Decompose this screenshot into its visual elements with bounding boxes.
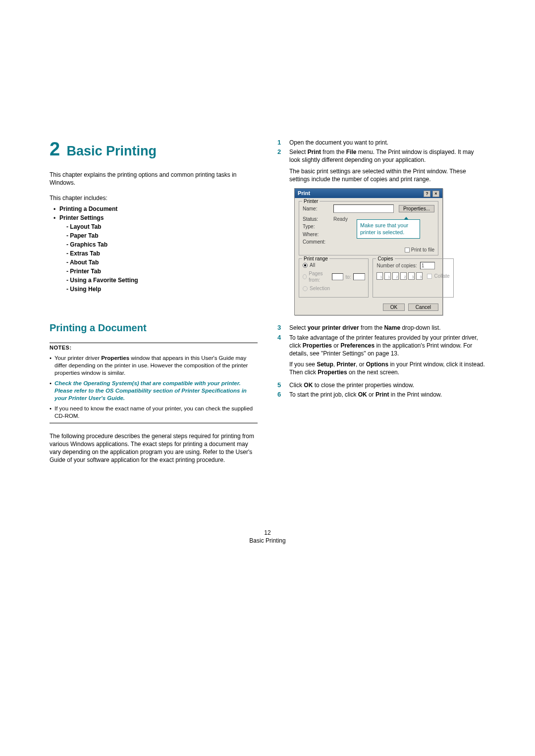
step-number: 3 <box>277 324 284 332</box>
step: 6 To start the print job, click OK or Pr… <box>277 391 485 399</box>
steps-list: 1 Open the document you want to print. 2… <box>277 139 485 399</box>
properties-button[interactable]: Properties... <box>399 205 434 212</box>
note-item: If you need to know the exact name of yo… <box>50 405 258 420</box>
toc-sublist: - Layout Tab - Paper Tab - Graphics Tab … <box>66 223 258 293</box>
radio-pages[interactable]: Pages from: to: <box>303 270 365 284</box>
notes-list: Your printer driver Properties window th… <box>50 354 258 420</box>
printer-name-dropdown[interactable] <box>333 204 394 213</box>
group-label: Print range <box>302 255 329 262</box>
chapter-header: 2 Basic Printing <box>50 139 258 160</box>
toc-list: Printing a Document Printer Settings - L… <box>54 205 258 293</box>
step-text: Select your printer driver from the Name… <box>289 324 485 332</box>
step-number: 5 <box>277 381 284 389</box>
page-from-input[interactable] <box>332 273 344 280</box>
copies-label: Number of copies: <box>376 262 417 269</box>
checkbox-icon <box>405 248 410 252</box>
radio-icon <box>303 286 308 291</box>
close-icon[interactable]: × <box>432 191 439 197</box>
note-item: Your printer driver Properties window th… <box>50 354 258 377</box>
step-text: To take advantage of the printer feature… <box>289 334 485 358</box>
notes-label: NOTES: <box>50 345 72 351</box>
chapter-intro: This chapter explains the printing optio… <box>50 171 258 187</box>
step-number: 6 <box>277 391 284 399</box>
toc-subitem[interactable]: - Graphics Tab <box>66 241 258 248</box>
comment-label: Comment: <box>303 239 328 246</box>
page-to-input[interactable] <box>353 273 365 280</box>
chapter-number: 2 <box>50 139 60 160</box>
includes-label: This chapter includes: <box>50 195 258 202</box>
name-label: Name: <box>303 205 328 212</box>
group-label: Copies <box>376 255 394 262</box>
step: 5 Click OK to close the printer properti… <box>277 381 485 389</box>
radio-icon <box>303 274 307 279</box>
page-number: 12 <box>50 529 485 537</box>
toc-item[interactable]: Printing a Document <box>54 205 258 212</box>
toc-subitem[interactable]: - Printer Tab <box>66 268 258 275</box>
body-paragraph: The following procedure describes the ge… <box>50 432 258 464</box>
page-footer: 12 Basic Printing <box>50 529 485 546</box>
toc-subitem[interactable]: - Using a Favorite Setting <box>66 277 258 284</box>
dialog-titlebar: Print ? × <box>295 189 442 198</box>
toc-subitem[interactable]: - Using Help <box>66 286 258 293</box>
print-dialog-figure: Print ? × Printer Name: <box>294 188 485 316</box>
toc-subitem[interactable]: - Layout Tab <box>66 223 258 230</box>
radio-all[interactable]: All <box>303 262 365 269</box>
step: 2 Select Print from the File menu. The P… <box>277 148 485 322</box>
collate-icon: 11 22 33 <box>376 272 423 280</box>
radio-selection[interactable]: Selection <box>303 285 365 292</box>
help-icon[interactable]: ? <box>424 191 430 197</box>
step-text: To start the print job, click OK or Prin… <box>289 391 485 399</box>
step-text: Click OK to close the printer properties… <box>289 381 485 389</box>
where-label: Where: <box>303 231 328 238</box>
dialog-title: Print <box>298 190 310 197</box>
step-text: Select Print from the File menu. The Pri… <box>289 148 485 164</box>
status-label: Status: <box>303 216 328 223</box>
radio-icon <box>303 263 308 268</box>
chapter-title: Basic Printing <box>66 144 157 158</box>
status-value: Ready <box>333 216 348 223</box>
divider <box>50 423 258 423</box>
step-number: 2 <box>277 148 284 322</box>
note-item-link[interactable]: Check the Operating System(s) that are c… <box>50 380 258 402</box>
step-text: If you see Setup, Printer, or Options in… <box>289 360 485 376</box>
step-number: 1 <box>277 139 284 147</box>
divider <box>50 343 258 343</box>
ok-button[interactable]: OK <box>383 303 405 311</box>
toc-item[interactable]: Printer Settings - Layout Tab - Paper Ta… <box>54 214 258 293</box>
type-label: Type: <box>303 223 328 230</box>
toc-subitem[interactable]: - Extras Tab <box>66 250 258 257</box>
print-dialog: Print ? × Printer Name: <box>294 188 443 316</box>
section-heading: Printing a Document <box>50 322 258 334</box>
step: 3 Select your printer driver from the Na… <box>277 324 485 332</box>
group-label: Printer <box>302 198 320 205</box>
toc-item-label: Printer Settings <box>59 214 104 221</box>
step-text: The basic print settings are selected wi… <box>289 167 485 183</box>
toc-subitem[interactable]: - Paper Tab <box>66 232 258 239</box>
callout-tooltip: Make sure that your printer is selected. <box>357 219 420 239</box>
step-number: 4 <box>277 334 284 380</box>
cancel-button[interactable]: Cancel <box>408 303 438 311</box>
copies-spinner[interactable]: 1 <box>420 262 435 269</box>
step: 4 To take advantage of the printer featu… <box>277 334 485 380</box>
checkbox-icon <box>427 274 432 279</box>
step: 1 Open the document you want to print. <box>277 139 485 147</box>
step-body: Open the document you want to print. <box>289 139 485 147</box>
footer-section: Basic Printing <box>50 537 485 545</box>
collate-checkbox[interactable]: 11 22 33 Collate <box>376 272 449 280</box>
print-to-file-checkbox[interactable]: Print to file <box>303 247 434 253</box>
toc-subitem[interactable]: - About Tab <box>66 259 258 266</box>
